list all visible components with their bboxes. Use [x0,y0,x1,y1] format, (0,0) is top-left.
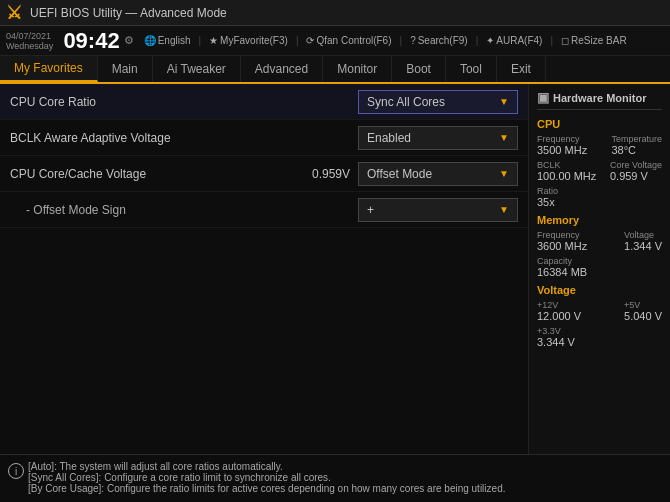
cpu-cache-voltage-label: CPU Core/Cache Voltage [10,167,312,181]
dropdown-arrow-icon: ▼ [499,132,509,143]
dropdown-arrow-icon: ▼ [499,204,509,215]
hw-12v-label: +12V [537,300,581,310]
hw-mem-capacity-col: Capacity 16384 MB [537,256,587,278]
language-util[interactable]: 🌐 English [144,35,191,46]
cpu-cache-voltage-dropdown-value: Offset Mode [367,167,432,181]
datetime-bar: 04/07/2021 Wednesday 09:42 ⚙ 🌐 English |… [0,26,670,56]
cpu-core-ratio-label: CPU Core Ratio [10,95,358,109]
hw-cpu-freq-col: Frequency 3500 MHz [537,134,587,156]
hw-mem-capacity-value: 16384 MB [537,266,587,278]
date-display: 04/07/2021 Wednesday [6,31,53,51]
nav-item-ai-tweaker[interactable]: Ai Tweaker [153,56,241,82]
clock-display: 09:42 [63,28,119,54]
hw-core-voltage-col: Core Voltage 0.959 V [610,160,662,182]
settings-icon[interactable]: ⚙ [124,34,134,47]
resize-bar-util[interactable]: ◻ ReSize BAR [561,35,627,46]
hw-bclk-col: BCLK 100.00 MHz [537,160,596,182]
nav-item-exit[interactable]: Exit [497,56,546,82]
aura-util[interactable]: ✦ AURA(F4) [486,35,542,46]
hw-voltage-section: Voltage [537,284,662,296]
hw-ratio-value: 35x [537,196,558,208]
nav-item-main[interactable]: Main [98,56,153,82]
hw-cpu-temp-value: 38°C [611,144,662,156]
setting-row-offset-sign: - Offset Mode Sign + ▼ [0,192,528,228]
hw-33v-label: +3.3V [537,326,575,336]
info-line-3: [By Core Usage]: Configure the ratio lim… [28,483,660,494]
hw-5v-col: +5V 5.040 V [624,300,662,322]
cpu-core-ratio-dropdown[interactable]: Sync All Cores ▼ [358,90,518,114]
bclk-label: BCLK Aware Adaptive Voltage [10,131,358,145]
hw-5v-label: +5V [624,300,662,310]
hw-bclk-value: 100.00 MHz [537,170,596,182]
bclk-dropdown[interactable]: Enabled ▼ [358,126,518,150]
hw-memory-section: Memory [537,214,662,226]
main-panel: CPU Core Ratio Sync All Cores ▼ BCLK Awa… [0,84,528,454]
hw-cpu-temp-col: Temperature 38°C [611,134,662,156]
hw-mem-voltage-col: Voltage 1.344 V [624,230,662,252]
hw-33v-col: +3.3V 3.344 V [537,326,575,348]
dropdown-arrow-icon: ▼ [499,96,509,107]
hw-12v-value: 12.000 V [537,310,581,322]
hw-mem-freq-col: Frequency 3600 MHz [537,230,587,252]
hw-cpu-row-1: Frequency 3500 MHz Temperature 38°C [537,134,662,156]
monitor-icon: ▣ [537,90,549,105]
nav-item-monitor[interactable]: Monitor [323,56,392,82]
hw-33v-value: 3.344 V [537,336,575,348]
hw-mem-voltage-label: Voltage [624,230,662,240]
hw-volt-row-1: +12V 12.000 V +5V 5.040 V [537,300,662,322]
hw-ratio-col: Ratio 35x [537,186,558,208]
setting-row-cpu-core-ratio: CPU Core Ratio Sync All Cores ▼ [0,84,528,120]
qfan-util[interactable]: ⟳ Qfan Control(F6) [306,35,391,46]
hw-volt-row-2: +3.3V 3.344 V [537,326,662,348]
hw-mem-voltage-value: 1.344 V [624,240,662,252]
hardware-monitor-panel: ▣ Hardware Monitor CPU Frequency 3500 MH… [528,84,670,454]
top-bar: ⚔ UEFI BIOS Utility — Advanced Mode [0,0,670,26]
info-line-2: [Sync All Cores]: Configure a core ratio… [28,472,660,483]
hw-5v-value: 5.040 V [624,310,662,322]
setting-row-bclk: BCLK Aware Adaptive Voltage Enabled ▼ [0,120,528,156]
hardware-monitor-title: ▣ Hardware Monitor [537,90,662,110]
hw-cpu-row-2: BCLK 100.00 MHz Core Voltage 0.959 V [537,160,662,182]
cpu-cache-voltage-value: 0.959V [312,167,350,181]
hw-mem-capacity-label: Capacity [537,256,587,266]
hw-bclk-label: BCLK [537,160,596,170]
cpu-core-ratio-value: Sync All Cores [367,95,445,109]
hw-mem-row-1: Frequency 3600 MHz Voltage 1.344 V [537,230,662,252]
content-area: CPU Core Ratio Sync All Cores ▼ BCLK Awa… [0,84,670,454]
hw-core-voltage-value: 0.959 V [610,170,662,182]
info-icon: i [8,463,24,479]
hw-cpu-row-3: Ratio 35x [537,186,662,208]
hw-cpu-freq-value: 3500 MHz [537,144,587,156]
favorites-util[interactable]: ★ MyFavorite(F3) [209,35,288,46]
hw-12v-col: +12V 12.000 V [537,300,581,322]
hw-cpu-section: CPU [537,118,662,130]
hw-cpu-temp-label: Temperature [611,134,662,144]
app-title: UEFI BIOS Utility — Advanced Mode [30,6,227,20]
cpu-cache-voltage-dropdown[interactable]: Offset Mode ▼ [358,162,518,186]
info-line-1: [Auto]: The system will adjust all core … [28,461,660,472]
asus-logo: ⚔ [6,2,22,24]
nav-item-favorites[interactable]: My Favorites [0,56,98,82]
nav-item-advanced[interactable]: Advanced [241,56,323,82]
hw-cpu-freq-label: Frequency [537,134,587,144]
hw-core-voltage-label: Core Voltage [610,160,662,170]
offset-sign-dropdown[interactable]: + ▼ [358,198,518,222]
bclk-value: Enabled [367,131,411,145]
offset-sign-label: - Offset Mode Sign [10,203,358,217]
search-util[interactable]: ? Search(F9) [410,35,468,46]
offset-sign-value: + [367,203,374,217]
hw-ratio-label: Ratio [537,186,558,196]
nav-item-boot[interactable]: Boot [392,56,446,82]
hw-mem-freq-label: Frequency [537,230,587,240]
main-nav: My Favorites Main Ai Tweaker Advanced Mo… [0,56,670,84]
info-panel: i [Auto]: The system will adjust all cor… [0,454,670,502]
date-text: 04/07/2021 [6,31,53,41]
dropdown-arrow-icon: ▼ [499,168,509,179]
utilities-bar: 🌐 English | ★ MyFavorite(F3) | ⟳ Qfan Co… [144,35,627,46]
nav-item-tool[interactable]: Tool [446,56,497,82]
hw-mem-freq-value: 3600 MHz [537,240,587,252]
setting-row-cpu-cache-voltage: CPU Core/Cache Voltage 0.959V Offset Mod… [0,156,528,192]
hw-mem-row-2: Capacity 16384 MB [537,256,662,278]
day-text: Wednesday [6,41,53,51]
hardware-monitor-label: Hardware Monitor [553,92,647,104]
